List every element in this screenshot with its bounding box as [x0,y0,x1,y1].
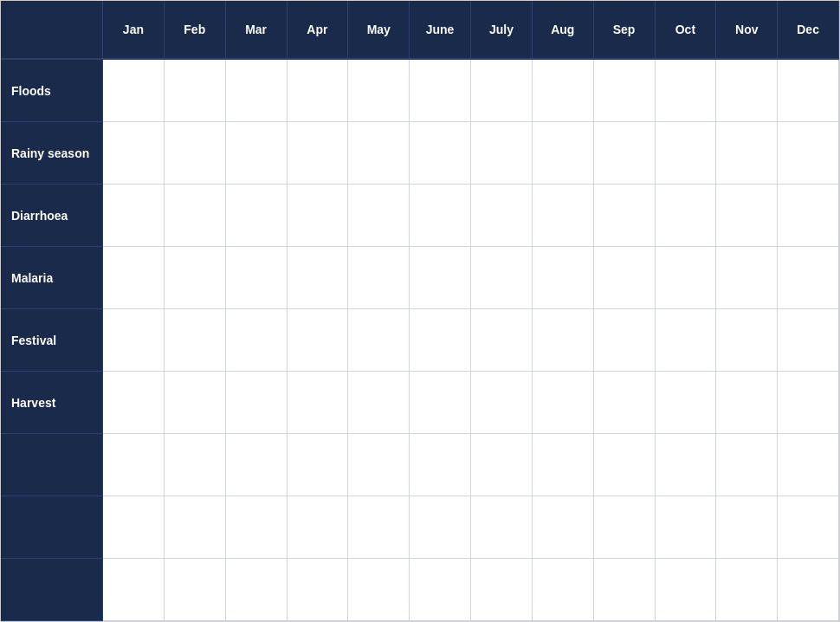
cell-1-1[interactable] [165,122,226,185]
cell-8-8[interactable] [594,559,656,621]
cell-7-2[interactable] [226,496,288,559]
cell-2-3[interactable] [288,185,349,247]
cell-0-9[interactable] [656,60,717,122]
cell-5-3[interactable] [288,372,349,434]
cell-2-0[interactable] [103,185,165,247]
cell-8-6[interactable] [471,559,533,621]
cell-4-0[interactable] [103,309,165,372]
cell-1-11[interactable] [778,122,839,185]
cell-3-3[interactable] [288,247,349,309]
cell-2-9[interactable] [656,185,717,247]
cell-2-1[interactable] [165,185,226,247]
cell-4-5[interactable] [410,309,471,372]
cell-3-7[interactable] [533,247,594,309]
cell-7-5[interactable] [410,496,471,559]
cell-5-0[interactable] [103,372,165,434]
cell-6-3[interactable] [288,434,349,496]
cell-8-11[interactable] [778,559,839,621]
cell-5-1[interactable] [165,372,226,434]
cell-2-11[interactable] [778,185,839,247]
cell-1-6[interactable] [471,122,533,185]
cell-3-6[interactable] [471,247,533,309]
cell-1-8[interactable] [594,122,656,185]
cell-6-10[interactable] [716,434,778,496]
cell-5-5[interactable] [410,372,471,434]
cell-7-1[interactable] [165,496,226,559]
cell-7-3[interactable] [288,496,349,559]
cell-4-10[interactable] [716,309,778,372]
cell-6-11[interactable] [778,434,839,496]
cell-0-4[interactable] [348,60,410,122]
cell-6-8[interactable] [594,434,656,496]
cell-1-4[interactable] [348,122,410,185]
cell-3-1[interactable] [165,247,226,309]
cell-7-0[interactable] [103,496,165,559]
cell-1-10[interactable] [716,122,778,185]
cell-3-4[interactable] [348,247,410,309]
cell-2-5[interactable] [410,185,471,247]
cell-8-0[interactable] [103,559,165,621]
cell-2-7[interactable] [533,185,594,247]
cell-8-10[interactable] [716,559,778,621]
cell-7-9[interactable] [656,496,717,559]
cell-0-6[interactable] [471,60,533,122]
cell-2-2[interactable] [226,185,288,247]
cell-4-3[interactable] [288,309,349,372]
cell-5-2[interactable] [226,372,288,434]
cell-0-2[interactable] [226,60,288,122]
cell-8-1[interactable] [165,559,226,621]
cell-5-9[interactable] [656,372,717,434]
cell-4-2[interactable] [226,309,288,372]
cell-1-9[interactable] [656,122,717,185]
cell-7-6[interactable] [471,496,533,559]
cell-5-8[interactable] [594,372,656,434]
cell-3-5[interactable] [410,247,471,309]
cell-5-6[interactable] [471,372,533,434]
cell-0-0[interactable] [103,60,165,122]
cell-3-9[interactable] [656,247,717,309]
cell-5-7[interactable] [533,372,594,434]
cell-4-6[interactable] [471,309,533,372]
cell-5-4[interactable] [348,372,410,434]
cell-6-1[interactable] [165,434,226,496]
cell-1-2[interactable] [226,122,288,185]
cell-6-5[interactable] [410,434,471,496]
cell-3-8[interactable] [594,247,656,309]
cell-4-9[interactable] [656,309,717,372]
cell-0-3[interactable] [288,60,349,122]
cell-0-1[interactable] [165,60,226,122]
cell-4-1[interactable] [165,309,226,372]
cell-0-11[interactable] [778,60,839,122]
cell-6-9[interactable] [656,434,717,496]
cell-2-6[interactable] [471,185,533,247]
cell-6-6[interactable] [471,434,533,496]
cell-8-4[interactable] [348,559,410,621]
cell-4-11[interactable] [778,309,839,372]
cell-7-10[interactable] [716,496,778,559]
cell-4-7[interactable] [533,309,594,372]
cell-6-4[interactable] [348,434,410,496]
cell-7-11[interactable] [778,496,839,559]
cell-0-7[interactable] [533,60,594,122]
cell-3-11[interactable] [778,247,839,309]
cell-0-5[interactable] [410,60,471,122]
cell-3-10[interactable] [716,247,778,309]
cell-6-7[interactable] [533,434,594,496]
cell-6-2[interactable] [226,434,288,496]
cell-1-3[interactable] [288,122,349,185]
cell-6-0[interactable] [103,434,165,496]
cell-1-7[interactable] [533,122,594,185]
cell-5-10[interactable] [716,372,778,434]
cell-4-8[interactable] [594,309,656,372]
cell-2-8[interactable] [594,185,656,247]
cell-7-8[interactable] [594,496,656,559]
cell-7-7[interactable] [533,496,594,559]
cell-1-5[interactable] [410,122,471,185]
cell-2-10[interactable] [716,185,778,247]
cell-3-2[interactable] [226,247,288,309]
cell-8-9[interactable] [656,559,717,621]
cell-0-8[interactable] [594,60,656,122]
cell-8-7[interactable] [533,559,594,621]
cell-5-11[interactable] [778,372,839,434]
cell-8-2[interactable] [226,559,288,621]
